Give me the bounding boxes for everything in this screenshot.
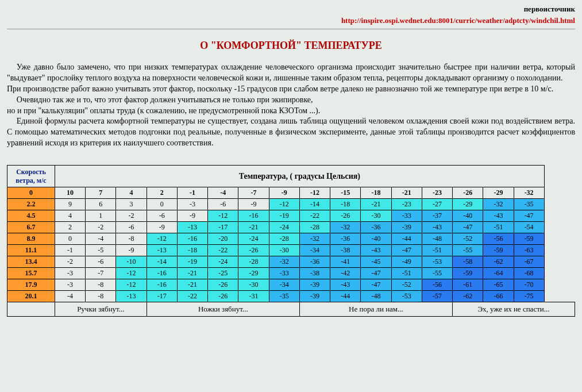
value-cell: -1 [55, 244, 86, 256]
value-cell: -65 [483, 279, 514, 290]
table-row: 8.90-4-8-12-16-20-24-28-32-36-40-44-48-5… [7, 233, 575, 244]
table-body: 010742-1-4-7-9-12-15-18-21-23-26-29-322.… [7, 187, 575, 302]
paragraph: Единой формулы расчета комфортной темпер… [7, 116, 575, 149]
value-cell: -12 [208, 210, 238, 221]
value-cell: 10 [55, 187, 86, 198]
header-temp: Температура, ( градусы Цельсия) [55, 166, 545, 187]
value-cell: -6 [86, 256, 116, 267]
value-cell: -2 [86, 221, 116, 233]
value-cell: -14 [147, 256, 177, 267]
value-cell: -4 [208, 187, 238, 198]
value-cell: -23 [422, 187, 452, 198]
wind-cell: 11.1 [7, 244, 55, 256]
value-cell: -67 [514, 256, 544, 267]
value-cell: -47 [391, 244, 422, 256]
value-cell: -14 [299, 198, 330, 210]
value-cell: -18 [177, 244, 207, 256]
value-cell: -51 [483, 221, 514, 233]
windchill-table: Скорость ветра, м/с Температура, ( граду… [7, 165, 575, 317]
wind-cell: 0 [7, 187, 55, 198]
value-cell: 0 [55, 233, 86, 244]
value-cell: -29 [238, 267, 269, 279]
value-cell: -44 [330, 290, 361, 302]
footer-cell: Ножки зябнут... [147, 302, 299, 316]
value-cell: -21 [238, 221, 269, 233]
value-cell: -39 [391, 221, 422, 233]
value-cell: -58 [453, 256, 483, 267]
value-cell: -20 [208, 233, 238, 244]
divider [7, 29, 575, 29]
value-cell: -38 [330, 244, 361, 256]
value-cell: -49 [391, 256, 422, 267]
value-cell: -21 [177, 279, 207, 290]
source-link[interactable]: http://inspire.ospi.wednet.edu:8001/curr… [341, 16, 575, 25]
value-cell: -12 [269, 198, 299, 210]
value-cell: -15 [330, 187, 361, 198]
value-cell: 6 [86, 198, 116, 210]
value-cell: -40 [361, 233, 391, 244]
value-cell: -19 [177, 256, 207, 267]
value-cell: -32 [483, 198, 514, 210]
value-cell: -26 [453, 187, 483, 198]
value-cell: -8 [86, 279, 116, 290]
value-cell: -3 [55, 267, 86, 279]
value-cell: -16 [147, 267, 177, 279]
value-cell: -7 [238, 187, 269, 198]
value-cell: -9 [147, 221, 177, 233]
value-cell: -35 [269, 290, 299, 302]
value-cell: 0 [147, 198, 177, 210]
value-cell: -32 [514, 187, 544, 198]
value-cell: -9 [238, 198, 269, 210]
value-cell: -9 [116, 244, 147, 256]
value-cell: -55 [453, 244, 483, 256]
value-cell: -34 [299, 244, 330, 256]
value-cell: -54 [514, 221, 544, 233]
value-cell: -18 [330, 198, 361, 210]
value-cell: -75 [514, 290, 544, 302]
value-cell: 4 [55, 210, 86, 221]
value-cell: -26 [238, 244, 269, 256]
value-cell: -3 [177, 198, 207, 210]
wind-cell: 2.2 [7, 198, 55, 210]
value-cell: -44 [391, 233, 422, 244]
value-cell: -52 [453, 233, 483, 244]
value-cell: -56 [483, 233, 514, 244]
value-cell: 7 [86, 187, 116, 198]
value-cell: -24 [208, 256, 238, 267]
value-cell: -24 [269, 221, 299, 233]
source-label: первоисточник [7, 5, 575, 14]
value-cell: 2 [55, 221, 86, 233]
value-cell: -7 [86, 267, 116, 279]
value-cell: -4 [55, 290, 86, 302]
paragraph: но и при "калькуляции" оплаты труда (к с… [7, 106, 575, 117]
wind-cell: 17.9 [7, 279, 55, 290]
value-cell: -5 [86, 244, 116, 256]
table-row: 11.1-1-5-9-13-18-22-26-30-34-38-43-47-51… [7, 244, 575, 256]
value-cell: -9 [177, 210, 207, 221]
value-cell: -48 [422, 233, 452, 244]
value-cell: -52 [391, 279, 422, 290]
value-cell: -6 [116, 221, 147, 233]
table-row: 15.7-3-7-12-16-21-25-29-33-38-42-47-51-5… [7, 267, 575, 279]
value-cell: -38 [299, 267, 330, 279]
value-cell: -62 [453, 290, 483, 302]
value-cell: -28 [269, 233, 299, 244]
value-cell: -26 [330, 210, 361, 221]
value-cell: -47 [361, 267, 391, 279]
value-cell: -39 [299, 279, 330, 290]
value-cell: -28 [238, 256, 269, 267]
footer-cell: Ручки зябнут... [55, 302, 147, 316]
value-cell: -68 [514, 267, 544, 279]
header-wind: Скорость ветра, м/с [7, 166, 55, 187]
value-cell: -63 [514, 244, 544, 256]
value-cell: -33 [269, 267, 299, 279]
value-cell: 3 [116, 198, 147, 210]
value-cell: -51 [391, 267, 422, 279]
value-cell: -30 [361, 210, 391, 221]
value-cell: -28 [299, 221, 330, 233]
value-cell: -35 [514, 198, 544, 210]
value-cell: -53 [422, 256, 452, 267]
value-cell: -19 [269, 210, 299, 221]
value-cell: -16 [177, 233, 207, 244]
value-cell: -53 [391, 290, 422, 302]
